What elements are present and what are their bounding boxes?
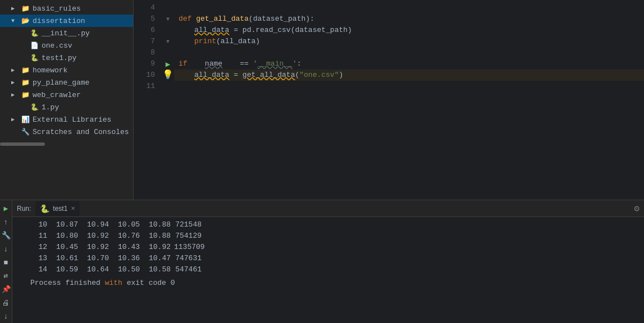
- line-number: 9: [134, 58, 155, 70]
- output-row-13: 13 10.61 10.70 10.36 10.47 747631: [30, 253, 640, 264]
- scroll-up-button[interactable]: ↑: [1, 217, 11, 227]
- output-c3: 10.43: [112, 242, 143, 253]
- sidebar-item-basic-rules[interactable]: ▶ 📁 basic_rules: [0, 2, 133, 15]
- function-name: get_all_data: [196, 13, 249, 25]
- line-number: 11: [134, 81, 155, 92]
- output-c1: 10.45: [51, 242, 81, 253]
- output-c2: 10.64: [81, 264, 112, 275]
- line-numbers: 4 5 6 7 8 9 10 11: [134, 2, 162, 200]
- run-tab-test1[interactable]: 🐍 test1 ✕: [35, 201, 80, 216]
- sidebar-item-label: dissertation: [33, 17, 131, 25]
- code-line-5: def get_all_data(dataset_path):: [174, 13, 644, 25]
- output-c2: 10.94: [81, 219, 112, 230]
- run-tab-close[interactable]: ✕: [71, 205, 75, 211]
- sidebar-item-scratches[interactable]: 🔧 Scratches and Consoles: [0, 126, 133, 138]
- line-number: 10: [134, 70, 155, 81]
- code-line-9: if name == '__main__':: [174, 58, 644, 70]
- code-text: all_data = get_all_data("one.csv"): [194, 70, 343, 81]
- sidebar-item-web-crawler[interactable]: ▶ 📁 web_crawler: [0, 89, 133, 101]
- output-c3: 10.50: [112, 264, 143, 275]
- scroll-thumb[interactable]: [0, 142, 45, 146]
- folder-icon: 📁: [20, 66, 30, 75]
- main-area: ▶ 📁 basic_rules ▼ 📂 dissertation 🐍 __ini…: [0, 0, 644, 200]
- folder-icon: 📁: [20, 4, 30, 13]
- run-tab-name: test1: [53, 205, 67, 213]
- output-c3: 10.05: [112, 219, 143, 230]
- code-line-7: print(all_data): [174, 36, 644, 47]
- output-index: 13: [30, 253, 51, 264]
- code-line-11: [174, 81, 644, 92]
- sidebar-item-one-csv[interactable]: 📄 one.csv: [0, 39, 133, 52]
- keyword-with: with: [105, 278, 122, 289]
- output-index: 11: [30, 230, 51, 242]
- sidebar-item-1-py[interactable]: 🐍 1.py: [0, 101, 133, 113]
- sidebar-item-init-py[interactable]: 🐍 __init__.py: [0, 27, 133, 39]
- sidebar-item-label: __init__.py: [42, 29, 131, 38]
- folder-icon: 📁: [20, 78, 30, 87]
- pin-button[interactable]: 📌: [1, 284, 11, 294]
- output-c4: 10.58: [143, 264, 174, 275]
- wrench-button[interactable]: 🔧: [1, 230, 11, 241]
- settings-gear-icon[interactable]: ⚙: [634, 203, 640, 214]
- close-down-button[interactable]: ↓: [1, 311, 11, 321]
- fold-arrow-icon[interactable]: ▼: [166, 16, 170, 22]
- output-c4: 10.47: [143, 253, 174, 264]
- gutter-debug-dot: 💡: [162, 70, 174, 81]
- code-area[interactable]: 4 5 6 7 8 9 10 11 ▼ ▼: [134, 0, 644, 200]
- code-content[interactable]: def get_all_data(dataset_path): all_data…: [174, 2, 644, 200]
- csv-file-icon: 📄: [29, 41, 39, 50]
- sidebar-item-dissertation[interactable]: ▼ 📂 dissertation: [0, 15, 133, 27]
- gutter-cell: [162, 81, 174, 92]
- bottom-panel-wrapper: ▶ ↑ 🔧 ↓ ■ ⇄ 📌 🖨 ↓ Run: 🐍 test1 ✕ ⚙ 10 10…: [0, 200, 644, 323]
- run-button[interactable]: ▶: [1, 204, 11, 214]
- keyword-if: if: [179, 58, 188, 70]
- code-line-6: all_data = pd.read_csv(dataset_path): [174, 25, 644, 36]
- run-tab-icon: 🐍: [40, 204, 49, 213]
- py-file-icon: 🐍: [29, 53, 39, 62]
- stop-button[interactable]: ■: [1, 257, 11, 267]
- output-c4: 10.88: [143, 230, 174, 242]
- output-index: 10: [30, 219, 51, 230]
- gutter-cell: [162, 47, 174, 58]
- gutter-cell-fold2: ▼: [162, 36, 174, 47]
- run-tabs-bar: Run: 🐍 test1 ✕ ⚙: [12, 200, 644, 217]
- sidebar-item-test1-py[interactable]: 🐍 test1.py: [0, 52, 133, 64]
- code-line-10: all_data = get_all_data("one.csv"): [174, 70, 644, 81]
- rerun-button[interactable]: ⇄: [1, 271, 11, 281]
- external-lib-icon: 📊: [20, 115, 30, 124]
- collapse-arrow: ▼: [11, 18, 20, 24]
- fold-arrow-icon[interactable]: ▼: [166, 39, 170, 45]
- output-c3: 10.36: [112, 253, 143, 264]
- gutter-cell: [162, 2, 174, 13]
- sidebar-item-label: Scratches and Consoles: [33, 128, 131, 136]
- output-c1: 10.59: [51, 264, 81, 275]
- exit-text: exit code 0: [122, 278, 175, 289]
- gutter-debug-arrow: ▶: [162, 58, 174, 70]
- dunder-name: name: [205, 58, 222, 70]
- left-run-toolbar: ▶ ↑ 🔧 ↓ ■ ⇄ 📌 🖨 ↓: [0, 200, 12, 323]
- process-text: Process finished: [30, 278, 105, 289]
- collapse-arrow: ▶: [11, 67, 20, 73]
- output-c1: 10.61: [51, 253, 81, 264]
- sidebar: ▶ 📁 basic_rules ▼ 📂 dissertation 🐍 __ini…: [0, 0, 134, 200]
- sidebar-item-label: External Libraries: [33, 116, 131, 124]
- line-number: 8: [134, 47, 155, 58]
- debug-dot-icon: 💡: [162, 71, 173, 80]
- output-area: 10 10.87 10.94 10.05 10.88 721548 11 10.…: [12, 217, 644, 323]
- scroll-down-button[interactable]: ↓: [1, 244, 11, 254]
- py-file-icon: 🐍: [29, 29, 39, 38]
- line-number: 7: [134, 36, 155, 47]
- sidebar-item-external-libraries[interactable]: ▶ 📊 External Libraries: [0, 113, 133, 126]
- run-label: Run:: [17, 205, 31, 213]
- sidebar-item-label: py_plane_game: [33, 79, 131, 87]
- scratches-icon: 🔧: [20, 127, 30, 136]
- print-button[interactable]: 🖨: [1, 298, 11, 308]
- output-c1: 10.80: [51, 230, 81, 242]
- sidebar-item-homework[interactable]: ▶ 📁 homework: [0, 64, 133, 76]
- sidebar-item-label: web_crawler: [33, 91, 131, 99]
- sidebar-item-py-plane-game[interactable]: ▶ 📁 py_plane_game: [0, 76, 133, 89]
- collapse-arrow: ▶: [11, 116, 20, 123]
- code-text: print(all_data): [194, 36, 260, 47]
- output-index: 14: [30, 264, 51, 275]
- output-c4: 10.92: [143, 242, 174, 253]
